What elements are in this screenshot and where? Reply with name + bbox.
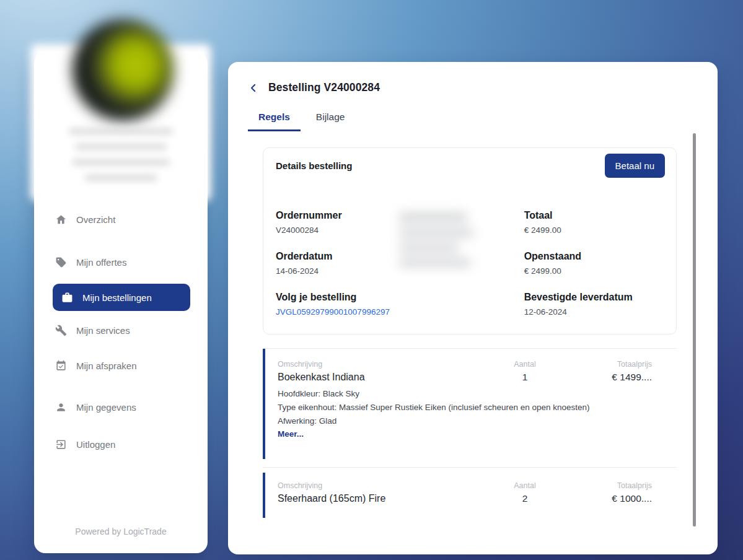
sidebar-item-label: Mijn bestellingen <box>82 292 152 303</box>
order-line-sfeerhaard: Omschrijving Sfeerhaard (165cm) Fire Aan… <box>263 473 677 518</box>
sidebar-item-mijn-offertes[interactable]: Mijn offertes <box>53 248 190 276</box>
wrench-icon <box>55 325 67 336</box>
order-detail-panel: Bestelling V24000284 Regels Bijlage Deta… <box>228 62 718 554</box>
order-details-card: Details bestelling Betaal nu Ordernummer… <box>263 147 677 335</box>
calendar-check-icon <box>55 360 67 372</box>
user-icon <box>55 401 67 413</box>
sidebar-item-mijn-services[interactable]: Mijn services <box>53 317 190 344</box>
product-name: Sfeerhaard (165cm) Fire <box>278 493 491 504</box>
total-column: Totaalprijs € 1499.... <box>559 360 652 383</box>
home-icon <box>55 214 67 225</box>
sidebar-item-label: Mijn services <box>76 325 130 336</box>
chevron-left-icon <box>248 82 259 94</box>
company-info-blurred <box>30 128 211 181</box>
field-volg-je-bestelling: Volg je bestelling JVGL05929799001007996… <box>276 292 524 333</box>
product-options: Hoofdkleur: Black Sky Type eikenhout: Ma… <box>278 387 652 440</box>
page-title: Bestelling V24000284 <box>268 81 380 94</box>
sidebar-item-label: Mijn gegevens <box>76 402 136 413</box>
page-header: Bestelling V24000284 <box>248 81 380 94</box>
column-header-totaalprijs: Totaalprijs <box>559 360 652 369</box>
field-ordernummer: Ordernummer V24000284 <box>276 210 524 251</box>
quantity-value: 1 <box>491 372 559 383</box>
sidebar-item-mijn-bestellingen[interactable]: Mijn bestellingen <box>53 284 190 311</box>
more-link[interactable]: Meer... <box>278 428 652 440</box>
vertical-scrollbar[interactable] <box>693 133 696 527</box>
divider <box>263 467 677 468</box>
logo-icon <box>73 19 174 121</box>
quantity-column: Aantal 1 <box>491 360 559 383</box>
order-line-boekenkast: Omschrijving Boekenkast Indiana Aantal 1… <box>263 349 677 459</box>
order-line-columns: Omschrijving Sfeerhaard (165cm) Fire Aan… <box>278 481 652 504</box>
total-column: Totaalprijs € 1000.... <box>559 481 652 504</box>
company-logo-blurred <box>30 44 211 201</box>
option-afwerking: Afwerking: Glad <box>278 414 652 428</box>
sidebar-item-label: Uitloggen <box>76 439 115 450</box>
sidebar-item-label: Overzicht <box>76 214 115 225</box>
sidebar-item-mijn-gegevens[interactable]: Mijn gegevens <box>53 393 190 421</box>
column-header-omschrijving: Omschrijving <box>278 360 491 369</box>
field-orderdatum: Orderdatum 14-06-2024 <box>276 251 524 292</box>
option-type-eikenhout: Type eikenhout: Massief Super Rustiek Ei… <box>278 401 652 414</box>
sidebar-item-label: Mijn offertes <box>76 257 126 268</box>
sidebar-item-uitloggen[interactable]: Uitloggen <box>53 431 190 458</box>
column-header-totaalprijs: Totaalprijs <box>559 481 652 490</box>
column-header-omschrijving: Omschrijving <box>278 481 491 490</box>
order-line-columns: Omschrijving Boekenkast Indiana Aantal 1… <box>278 360 652 383</box>
column-header-aantal: Aantal <box>491 481 559 490</box>
logout-icon <box>55 439 67 450</box>
sidebar-item-label: Mijn afspraken <box>76 361 137 371</box>
pay-now-button[interactable]: Betaal nu <box>605 154 665 178</box>
option-hoofdkleur: Hoofdkleur: Black Sky <box>278 387 652 401</box>
field-bevestigde-leverdatum: Bevestigde leverdatum 12-06-2024 <box>524 292 664 333</box>
details-card-title: Details bestelling <box>276 160 352 171</box>
quantity-value: 2 <box>491 493 559 504</box>
powered-by-label: Powered by LogicTrade <box>34 527 208 536</box>
order-fields: Ordernummer V24000284 Orderdatum 14-06-2… <box>276 210 664 333</box>
tab-bijlage[interactable]: Bijlage <box>306 107 356 131</box>
briefcase-icon <box>61 292 73 304</box>
column-header-aantal: Aantal <box>491 360 559 369</box>
back-button[interactable] <box>248 82 260 94</box>
tab-bar: Regels Bijlage <box>248 107 355 131</box>
total-value: € 1499.... <box>559 372 652 383</box>
logo-halo <box>30 44 211 201</box>
sidebar-item-mijn-afspraken[interactable]: Mijn afspraken <box>53 352 190 379</box>
tag-icon <box>55 256 67 268</box>
field-openstaand: Openstaand € 2499.00 <box>524 251 664 292</box>
order-lines: Omschrijving Boekenkast Indiana Aantal 1… <box>263 348 677 518</box>
total-value: € 1000.... <box>559 493 652 504</box>
sidebar: Overzicht Mijn offertes Mijn bestellinge… <box>34 53 208 553</box>
description-column: Omschrijving Sfeerhaard (165cm) Fire <box>278 481 491 504</box>
sidebar-item-overzicht[interactable]: Overzicht <box>53 206 190 233</box>
tracking-link[interactable]: JVGL05929799001007996297 <box>276 307 524 317</box>
quantity-column: Aantal 2 <box>491 481 559 504</box>
field-totaal: Totaal € 2499.00 <box>524 210 664 251</box>
description-column: Omschrijving Boekenkast Indiana <box>278 360 491 383</box>
product-name: Boekenkast Indiana <box>278 372 491 383</box>
app-background: Overzicht Mijn offertes Mijn bestellinge… <box>0 0 743 560</box>
tab-regels[interactable]: Regels <box>248 107 301 131</box>
